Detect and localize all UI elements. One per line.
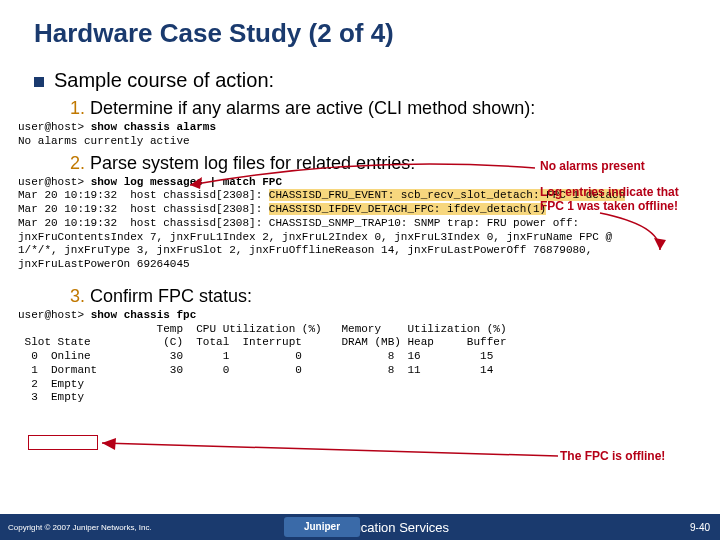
- bullet-square-icon: [34, 77, 44, 87]
- svg-marker-3: [102, 438, 116, 450]
- fpc-h2: Slot State (C) Total Interrupt DRAM (MB)…: [18, 336, 506, 348]
- log-prompt: user@host>: [18, 176, 91, 188]
- fpc-h1: Temp CPU Utilization (%) Memory Utilizat…: [18, 323, 506, 335]
- copyright-text: Copyright © 2007 Juniper Networks, Inc.: [8, 523, 152, 532]
- fpc1-highlight-box: [28, 435, 98, 450]
- cli-block-1: user@host> show chassis alarms No alarms…: [18, 121, 720, 149]
- log-l1a: Mar 20 10:19:32 host chassisd[2308]:: [18, 189, 269, 201]
- fpc-row-1: 1 Dormant 30 0 0 8 11 14: [18, 364, 493, 376]
- fpc-prompt: user@host>: [18, 309, 91, 321]
- step-1-number: 1.: [70, 98, 85, 118]
- log-l4: jnxFruContentsIndex 7, jnxFruL1Index 2, …: [18, 231, 612, 243]
- fpc-row-0: 0 Online 30 1 0 8 16 15: [18, 350, 493, 362]
- cli1-output: No alarms currently active: [18, 135, 190, 147]
- fpc-row-2: 2 Empty: [18, 378, 84, 390]
- svg-text:Juniper: Juniper: [304, 521, 340, 532]
- callout-fpc-offline: The FPC is offline!: [560, 450, 665, 464]
- step-1-text: Determine if any alarms are active (CLI …: [85, 98, 535, 118]
- arrow-3-icon: [90, 438, 570, 468]
- log-l2a: Mar 20 10:19:32 host chassisd[2308]:: [18, 203, 269, 215]
- step-3-number: 3.: [70, 286, 85, 306]
- bullet-text: Sample course of action:: [54, 69, 274, 92]
- log-l2-highlight: CHASSISD_IFDEV_DETACH_FPC: ifdev_detach(…: [269, 203, 546, 215]
- log-cmd: show log messages | match FPC: [91, 176, 282, 188]
- juniper-logo-icon: Juniper: [284, 517, 360, 537]
- cli1-cmd: show chassis alarms: [91, 121, 216, 133]
- step-1: 1. Determine if any alarms are active (C…: [70, 98, 720, 119]
- callout-no-alarms: No alarms present: [540, 160, 645, 174]
- footer-bar: Copyright © 2007 Juniper Networks, Inc. …: [0, 514, 720, 540]
- log-l3: Mar 20 10:19:32 host chassisd[2308]: CHA…: [18, 217, 579, 229]
- step-2-text: Parse system log files for related entri…: [85, 153, 415, 173]
- step-3-text: Confirm FPC status:: [85, 286, 252, 306]
- step-2-number: 2.: [70, 153, 85, 173]
- cli1-prompt: user@host>: [18, 121, 91, 133]
- cli-block-3: user@host> show chassis fpc Temp CPU Uti…: [18, 309, 720, 405]
- fpc-cmd: show chassis fpc: [91, 309, 197, 321]
- fpc-row-3: 3 Empty: [18, 391, 84, 403]
- callout2-line1: Log entries indicate that: [540, 185, 679, 199]
- bullet-row: Sample course of action:: [34, 69, 720, 92]
- log-l6: jnxFruLastPowerOn 69264045: [18, 258, 190, 270]
- svg-line-2: [102, 443, 558, 456]
- page-number: 9-40: [690, 522, 710, 533]
- log-l5: 1/*/*, jnxFruType 3, jnxFruSlot 2, jnxFr…: [18, 244, 592, 256]
- callout-log-entries: Log entries indicate that FPC 1 was take…: [540, 186, 679, 214]
- slide-title: Hardware Case Study (2 of 4): [34, 18, 720, 49]
- callout2-line2: FPC 1 was taken offline!: [540, 199, 678, 213]
- step-3: 3. Confirm FPC status:: [70, 286, 720, 307]
